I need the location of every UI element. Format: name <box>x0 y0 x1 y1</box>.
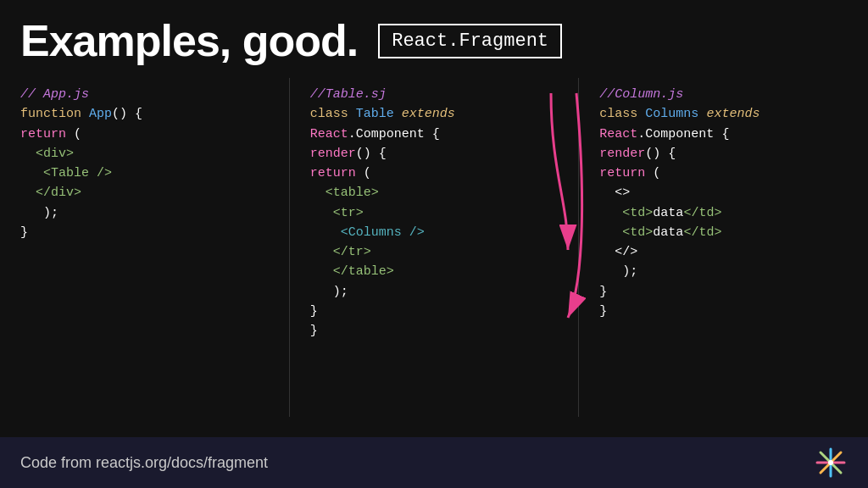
code-line: <Table /> <box>20 164 272 183</box>
footer-text: Code from reactjs.org/docs/fragment <box>20 454 268 472</box>
svg-point-5 <box>828 460 833 465</box>
footer: Code from reactjs.org/docs/fragment <box>0 437 868 488</box>
code-line: render() { <box>310 144 562 164</box>
code-line: } <box>599 302 851 321</box>
page-title: Examples, good. <box>20 15 358 66</box>
code-line: function App() { <box>20 104 272 124</box>
code-col-app: // App.js function App() { return ( <div… <box>0 78 290 417</box>
code-line: <Columns /> <box>310 223 562 242</box>
code-line: return ( <box>310 164 562 183</box>
code-line: <tr> <box>310 203 562 223</box>
code-line: } <box>310 321 562 341</box>
header: Examples, good. React.Fragment <box>0 0 868 75</box>
code-comment: //Column.js <box>599 85 851 104</box>
code-line: <td>data</td> <box>599 203 851 223</box>
code-line: </div> <box>20 183 272 202</box>
code-line: <td>data</td> <box>599 223 851 242</box>
code-line: React.Component { <box>599 125 851 144</box>
code-comment: // App.js <box>20 85 272 104</box>
code-line: ); <box>20 203 272 223</box>
code-line: ); <box>599 262 851 281</box>
code-line: render() { <box>599 144 851 164</box>
code-line: } <box>20 223 272 242</box>
slide: Examples, good. React.Fragment // App.js… <box>0 0 868 488</box>
code-line: </table> <box>310 262 562 281</box>
code-line: return ( <box>599 164 851 183</box>
code-line: } <box>310 302 562 321</box>
code-col-column: //Column.js class Columns extends React.… <box>579 78 868 417</box>
code-col-table: //Table.sj class Table extends React.Com… <box>290 78 580 417</box>
code-area: // App.js function App() { return ( <div… <box>0 78 868 417</box>
code-line: <table> <box>310 183 562 202</box>
code-line: return ( <box>20 125 272 144</box>
code-line: } <box>599 282 851 302</box>
snowflake-icon <box>814 446 848 480</box>
code-line-fragment-close: </> <box>599 242 851 262</box>
code-line: class Table extends <box>310 104 562 124</box>
code-line: ); <box>310 282 562 302</box>
code-line: <div> <box>20 144 272 164</box>
code-line: React.Component { <box>310 125 562 144</box>
code-comment: //Table.sj <box>310 85 562 104</box>
code-line-fragment-open: <> <box>599 183 851 202</box>
react-fragment-badge: React.Fragment <box>378 24 562 58</box>
code-line: class Columns extends <box>599 104 851 124</box>
code-line: </tr> <box>310 242 562 262</box>
